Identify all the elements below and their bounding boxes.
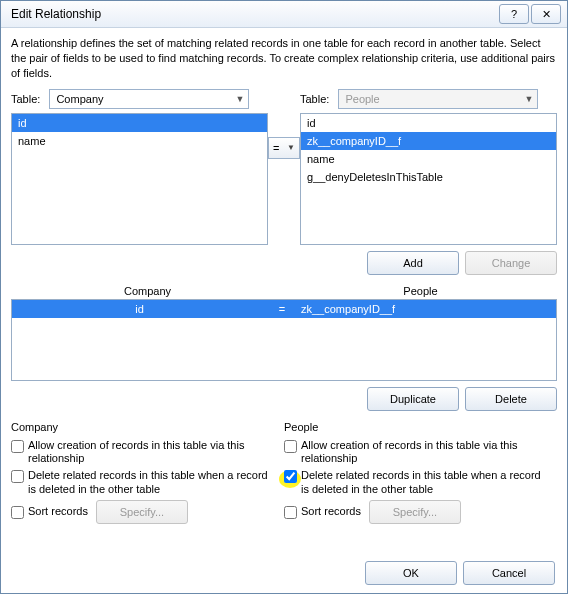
left-table-label: Table:	[11, 93, 40, 105]
cancel-button[interactable]: Cancel	[463, 561, 555, 585]
left-options-header: Company	[11, 421, 272, 433]
right-sort-checkbox[interactable]: Sort records	[284, 505, 361, 519]
right-delete-related-checkbox[interactable]: Delete related records in this table whe…	[284, 469, 545, 497]
pair-row[interactable]: id = zk__companyID__f	[12, 300, 556, 318]
left-allow-creation-checkbox[interactable]: Allow creation of records in this table …	[11, 439, 272, 467]
pairs-header: Company People	[11, 285, 557, 297]
chevron-down-icon: ▼	[287, 143, 295, 152]
add-button[interactable]: Add	[367, 251, 459, 275]
checkbox-label: Delete related records in this table whe…	[28, 469, 272, 497]
help-icon: ?	[511, 8, 517, 20]
list-item[interactable]: name	[301, 150, 556, 168]
checkbox[interactable]	[11, 506, 24, 519]
list-item[interactable]: id	[12, 114, 267, 132]
right-specify-button: Specify...	[369, 500, 461, 524]
close-button[interactable]: ✕	[531, 4, 561, 24]
checkbox-label: Delete related records in this table whe…	[301, 469, 545, 497]
help-button[interactable]: ?	[499, 4, 529, 24]
pairs-header-left: Company	[11, 285, 284, 297]
left-field-list[interactable]: id name	[11, 113, 268, 245]
operator-select[interactable]: = ▼	[268, 137, 300, 159]
checkbox[interactable]	[11, 470, 24, 483]
right-field-list[interactable]: id zk__companyID__f name g__denyDeletesI…	[300, 113, 557, 245]
chevron-down-icon: ▼	[525, 94, 534, 104]
list-item[interactable]: g__denyDeletesInThisTable	[301, 168, 556, 186]
pair-left: id	[12, 303, 267, 315]
dialog-title: Edit Relationship	[7, 7, 101, 21]
checkbox-label: Sort records	[301, 505, 361, 519]
list-item[interactable]: zk__companyID__f	[301, 132, 556, 150]
list-item[interactable]: name	[12, 132, 267, 150]
close-icon: ✕	[542, 8, 551, 21]
checkbox[interactable]	[284, 440, 297, 453]
titlebar: Edit Relationship ? ✕	[1, 1, 567, 28]
left-table-value: Company	[56, 93, 103, 105]
right-options-header: People	[284, 421, 545, 433]
duplicate-button[interactable]: Duplicate	[367, 387, 459, 411]
change-button: Change	[465, 251, 557, 275]
checkbox[interactable]	[11, 440, 24, 453]
description-text: A relationship defines the set of matchi…	[11, 36, 557, 81]
list-item[interactable]: id	[301, 114, 556, 132]
checkbox-label: Allow creation of records in this table …	[28, 439, 272, 467]
checkbox-label: Allow creation of records in this table …	[301, 439, 545, 467]
ok-button[interactable]: OK	[365, 561, 457, 585]
right-table-label: Table:	[300, 93, 329, 105]
pair-right: zk__companyID__f	[297, 303, 556, 315]
checkbox[interactable]	[284, 470, 297, 483]
pairs-list[interactable]: id = zk__companyID__f	[11, 299, 557, 381]
left-sort-checkbox[interactable]: Sort records	[11, 505, 88, 519]
operator-value: =	[273, 142, 279, 154]
checkbox-label: Sort records	[28, 505, 88, 519]
delete-button[interactable]: Delete	[465, 387, 557, 411]
left-delete-related-checkbox[interactable]: Delete related records in this table whe…	[11, 469, 272, 497]
right-allow-creation-checkbox[interactable]: Allow creation of records in this table …	[284, 439, 545, 467]
edit-relationship-dialog: Edit Relationship ? ✕ A relationship def…	[0, 0, 568, 594]
chevron-down-icon: ▼	[236, 94, 245, 104]
pairs-header-right: People	[284, 285, 557, 297]
left-specify-button: Specify...	[96, 500, 188, 524]
right-table-value: People	[345, 93, 379, 105]
pair-operator: =	[267, 303, 297, 315]
right-table-select[interactable]: People ▼	[338, 89, 538, 109]
left-table-select[interactable]: Company ▼	[49, 89, 249, 109]
checkbox[interactable]	[284, 506, 297, 519]
